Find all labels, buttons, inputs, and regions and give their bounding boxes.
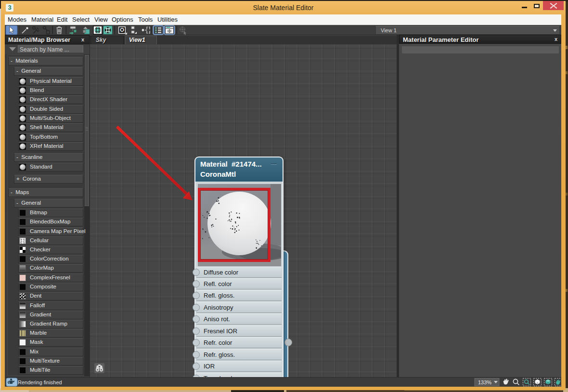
svg-text:O: O [120, 27, 124, 33]
svg-text:Rendering finished: Rendering finished [18, 379, 62, 385]
svg-text:133%: 133% [478, 379, 491, 385]
